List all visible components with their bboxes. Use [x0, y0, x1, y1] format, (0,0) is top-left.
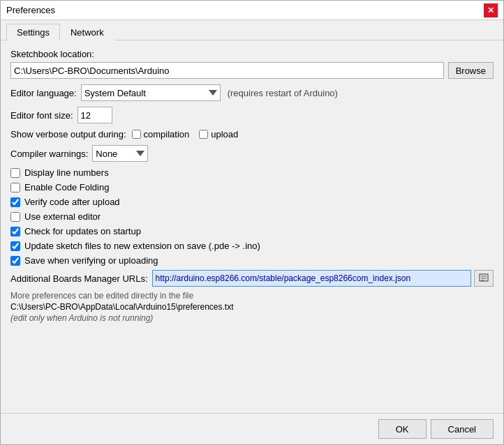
additional-boards-label: Additional Boards Manager URLs:: [10, 273, 148, 284]
browse-button[interactable]: Browse: [448, 62, 494, 79]
compilation-label[interactable]: compilation: [144, 129, 190, 139]
more-prefs-text: More preferences can be edited directly …: [10, 291, 494, 301]
enable-code-folding-row: Enable Code Folding: [10, 182, 494, 193]
verify-code-row: Verify code after upload: [10, 197, 494, 207]
verbose-label: Show verbose output during:: [10, 129, 126, 139]
enable-code-folding-label[interactable]: Enable Code Folding: [24, 182, 109, 193]
editor-language-select[interactable]: System Default: [81, 84, 221, 101]
upload-checkbox-row: upload: [199, 129, 238, 139]
display-line-numbers-row: Display line numbers: [10, 167, 494, 178]
verify-code-checkbox[interactable]: [10, 197, 20, 207]
save-verifying-checkbox[interactable]: [10, 256, 20, 266]
sketchbook-input[interactable]: [10, 62, 444, 79]
update-sketch-checkbox[interactable]: [10, 241, 20, 251]
compiler-warnings-label: Compiler warnings:: [10, 149, 88, 159]
display-line-numbers-checkbox[interactable]: [10, 168, 20, 178]
preferences-dialog: Preferences ✕ Settings Network Sketchboo…: [0, 0, 504, 445]
additional-boards-input[interactable]: [152, 270, 471, 287]
ok-button[interactable]: OK: [378, 419, 427, 439]
tab-network[interactable]: Network: [60, 24, 114, 40]
editor-language-label: Editor language:: [10, 88, 77, 98]
sketchbook-label: Sketchbook location:: [10, 49, 494, 59]
tab-settings[interactable]: Settings: [6, 24, 60, 40]
verify-code-label[interactable]: Verify code after upload: [24, 197, 120, 207]
editor-font-size-label: Editor font size:: [10, 110, 73, 121]
edit-hint: (edit only when Arduino is not running): [10, 313, 494, 323]
check-updates-row: Check for updates on startup: [10, 226, 494, 236]
compilation-checkbox[interactable]: [132, 130, 141, 139]
dialog-footer: OK Cancel: [1, 413, 503, 444]
editor-font-size-input[interactable]: [77, 107, 112, 123]
editor-font-size-row: Editor font size:: [10, 107, 494, 123]
close-button[interactable]: ✕: [484, 3, 498, 17]
update-sketch-label[interactable]: Update sketch files to new extension on …: [24, 241, 260, 251]
sketchbook-row: Browse: [10, 62, 494, 79]
save-verifying-label[interactable]: Save when verifying or uploading: [24, 255, 158, 266]
tab-bar: Settings Network: [1, 20, 503, 40]
external-editor-row: Use external editor: [10, 211, 494, 222]
editor-language-hint: (requires restart of Arduino): [228, 88, 338, 98]
checkboxes-section: Display line numbers Enable Code Folding…: [10, 167, 494, 266]
display-line-numbers-label[interactable]: Display line numbers: [24, 167, 109, 178]
verbose-row: Show verbose output during: compilation …: [10, 129, 494, 139]
cancel-button[interactable]: Cancel: [431, 419, 494, 439]
compiler-warnings-row: Compiler warnings: None Default More All: [10, 145, 494, 162]
upload-label[interactable]: upload: [211, 129, 238, 139]
save-verifying-row: Save when verifying or uploading: [10, 255, 494, 266]
update-sketch-row: Update sketch files to new extension on …: [10, 241, 494, 251]
check-updates-label[interactable]: Check for updates on startup: [24, 226, 141, 236]
check-updates-checkbox[interactable]: [10, 227, 20, 236]
dialog-title: Preferences: [6, 5, 55, 15]
external-editor-label[interactable]: Use external editor: [24, 211, 101, 222]
prefs-file-path: C:\Users\PC-BRO\AppData\Local\Arduino15\…: [10, 302, 494, 312]
compilation-checkbox-row: compilation: [132, 129, 190, 139]
compiler-warnings-select[interactable]: None Default More All: [92, 145, 148, 162]
settings-content: Sketchbook location: Browse Editor langu…: [1, 40, 503, 413]
edit-icon: [479, 273, 489, 283]
additional-boards-row: Additional Boards Manager URLs:: [10, 270, 494, 287]
additional-boards-edit-button[interactable]: [474, 270, 494, 287]
enable-code-folding-checkbox[interactable]: [10, 183, 20, 193]
upload-checkbox[interactable]: [199, 130, 208, 139]
title-bar: Preferences ✕: [1, 1, 503, 20]
external-editor-checkbox[interactable]: [10, 212, 20, 222]
editor-language-row: Editor language: System Default (require…: [10, 84, 494, 101]
